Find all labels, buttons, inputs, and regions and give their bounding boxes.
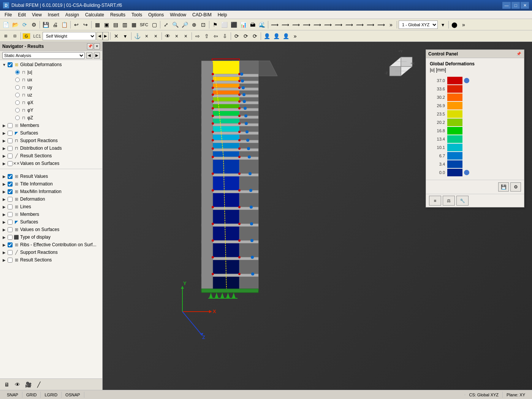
nav-right-btn[interactable]: ▶ xyxy=(94,52,100,59)
sb-lgrid[interactable]: LGRID xyxy=(41,392,62,398)
tb2-btn8[interactable]: ⇧ xyxy=(203,32,211,41)
radio-uz[interactable] xyxy=(15,93,20,97)
tree-support-reactions[interactable]: ▶ ⊓ Support Reactions xyxy=(0,137,102,144)
cp-pin-button[interactable]: 📌 xyxy=(516,51,522,57)
tb-more12[interactable]: » xyxy=(387,20,395,29)
render-btn4[interactable]: 🏔 xyxy=(249,20,257,29)
cb-maxmin-info[interactable] xyxy=(8,189,13,194)
expand-deformation[interactable]: ▶ xyxy=(2,196,7,202)
expand-values-surfaces[interactable]: ▶ xyxy=(2,161,7,166)
tb2-btn2[interactable]: ⚓ xyxy=(133,32,142,41)
tree-lines[interactable]: ▶ ⊞ Lines xyxy=(0,203,102,211)
tb-more6[interactable]: ⟿ xyxy=(323,20,333,29)
menu-help[interactable]: Help xyxy=(215,11,230,18)
tree-deformation[interactable]: ▶ ⊞ Deformation xyxy=(0,195,102,203)
tree-members-bottom[interactable]: ▶ ⊞ Members xyxy=(0,211,102,218)
canvas-area[interactable]: 37.0 35.1 34.0 32.8 31.5 30.2 28.9 27.5 … xyxy=(103,42,532,390)
menu-results[interactable]: Results xyxy=(107,11,128,18)
cb-title-info[interactable] xyxy=(8,182,13,187)
expand-result-values[interactable]: ▶ xyxy=(2,174,7,179)
tb-icon3[interactable]: ▤ xyxy=(111,20,120,29)
snap-btn[interactable]: ⊞ xyxy=(2,32,10,41)
tb-more8[interactable]: ⟿ xyxy=(344,20,354,29)
lc-dropdown[interactable]: Self Weight xyxy=(43,32,96,40)
lc-prev[interactable]: ◀ xyxy=(97,32,103,40)
tb2-btn13[interactable]: ⟳ xyxy=(251,32,259,41)
open-button[interactable]: 📂 xyxy=(11,20,20,29)
expand-global-deformations[interactable]: ▼ xyxy=(2,62,7,67)
cb-support-reactions[interactable] xyxy=(8,138,13,143)
menu-tools[interactable]: Tools xyxy=(128,11,145,18)
cb-result-sections-bottom[interactable] xyxy=(8,258,13,263)
maximize-button[interactable]: □ xyxy=(511,2,520,9)
coord-arrow[interactable]: ▾ xyxy=(439,20,447,29)
nav-bottom-btn2[interactable]: 👁 xyxy=(13,380,22,389)
cb-deformation[interactable] xyxy=(8,197,13,202)
cp-list-button[interactable]: ≡ xyxy=(429,196,441,206)
zoom-btn5[interactable]: ⊡ xyxy=(199,20,207,29)
radio-ux[interactable] xyxy=(15,78,20,82)
tb-more1[interactable]: ⟿ xyxy=(270,20,280,29)
menu-calculate[interactable]: Calculate xyxy=(82,11,107,18)
tb2-btn16[interactable]: 👤 xyxy=(282,32,290,41)
nav-close-button[interactable]: ✕ xyxy=(94,43,100,49)
expand-result-sections[interactable]: ▶ xyxy=(2,153,7,158)
lc-next[interactable]: ▶ xyxy=(103,32,109,40)
coord-dropdown[interactable]: 1 - Global XYZ xyxy=(399,21,438,29)
tree-title-info[interactable]: ▶ ⊞ Title Information xyxy=(0,180,102,188)
tb2-btn11[interactable]: ⟳ xyxy=(233,32,241,41)
radio-phiX[interactable] xyxy=(15,100,20,105)
print-button[interactable]: 🖨 xyxy=(51,20,59,29)
expand-members[interactable]: ▶ xyxy=(2,123,7,128)
static-analysis-dropdown[interactable]: Static Analysis xyxy=(2,52,85,59)
cp-balance-button[interactable]: ⚖ xyxy=(443,196,455,206)
cb-distribution-loads[interactable] xyxy=(8,146,13,151)
tb2-btn10[interactable]: ⇩ xyxy=(221,32,229,41)
minimize-button[interactable]: — xyxy=(502,2,511,9)
expand-surfaces-bottom[interactable]: ▶ xyxy=(2,219,7,225)
zoom-btn2[interactable]: 🔍 xyxy=(171,20,180,29)
tree-result-sections[interactable]: ▶ ╱ Result Sections xyxy=(0,152,102,160)
nav-bottom-btn3[interactable]: 🎥 xyxy=(24,380,33,389)
cb-members[interactable] xyxy=(8,123,13,128)
tb-more5[interactable]: ⟿ xyxy=(312,20,322,29)
tb-more10[interactable]: ⟿ xyxy=(366,20,375,29)
tree-ribs[interactable]: ▶ ⊞ Ribs - Effective Contribution on Sur… xyxy=(0,241,102,249)
tb2-btn4[interactable]: × xyxy=(152,32,160,41)
tree-phiX[interactable]: ⊓ φX xyxy=(0,99,102,106)
refresh-button[interactable]: ⟳ xyxy=(21,20,29,29)
sb-snap[interactable]: SNAP xyxy=(3,392,22,398)
menu-file[interactable]: File xyxy=(2,11,15,18)
expand-type-display[interactable]: ▶ xyxy=(2,234,7,240)
tb-more3[interactable]: ⟿ xyxy=(291,20,301,29)
tree-maxmin-info[interactable]: ▶ ⊞ Max/Min Information xyxy=(0,188,102,195)
nav-bottom-btn1[interactable]: 🖥 xyxy=(2,380,11,389)
expand-surfaces[interactable]: ▶ xyxy=(2,130,7,136)
expand-values-surfaces-bottom[interactable]: ▶ xyxy=(2,227,7,232)
render-btn3[interactable]: 📊 xyxy=(239,20,248,29)
tb-more7[interactable]: ⟿ xyxy=(334,20,344,29)
expand-result-sections-bottom[interactable]: ▶ xyxy=(2,257,7,263)
grid-btn[interactable]: ⊟ xyxy=(11,32,19,41)
tree-result-sections-bottom[interactable]: ▶ ⊞ Result Sections xyxy=(0,256,102,264)
tb-more11[interactable]: ⟿ xyxy=(376,20,386,29)
tb2-btn9[interactable]: ⇦ xyxy=(212,32,220,41)
cp-tool-button[interactable]: 🔧 xyxy=(456,196,469,206)
close-button[interactable]: ✕ xyxy=(521,2,529,9)
sb-grid[interactable]: GRID xyxy=(22,392,41,398)
menu-assign[interactable]: Assign xyxy=(62,11,82,18)
tree-surfaces-bottom[interactable]: ▶ ◤ Surfaces xyxy=(0,218,102,226)
cp-save-button[interactable]: 💾 xyxy=(498,182,509,192)
tree-uy[interactable]: ⊓ uy xyxy=(0,84,102,91)
tree-surfaces[interactable]: ▶ ◤ Surfaces xyxy=(0,129,102,137)
tree-u-abs[interactable]: ⊓ |u| xyxy=(0,68,102,76)
expand-members-bottom[interactable]: ▶ xyxy=(2,212,7,217)
tree-support-reactions-bottom[interactable]: ▶ ╱ Support Reactions xyxy=(0,249,102,256)
delete-btn[interactable]: ✕ xyxy=(112,32,120,41)
tree-uz[interactable]: ⊓ uz xyxy=(0,91,102,99)
zoom-btn1[interactable]: ⤢ xyxy=(162,20,170,29)
cb-members-bottom[interactable] xyxy=(8,212,13,217)
expand-ribs[interactable]: ▶ xyxy=(2,242,7,247)
menu-view[interactable]: View xyxy=(29,11,45,18)
tb2-extra[interactable]: » xyxy=(291,32,299,41)
